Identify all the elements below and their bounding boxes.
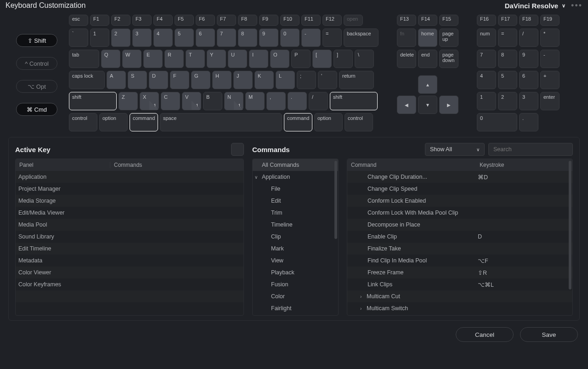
filter-dropdown[interactable]: Show All ∨: [425, 143, 485, 156]
key-tab[interactable]: tab: [69, 50, 99, 68]
modifier-opt[interactable]: ⌥ Opt: [16, 80, 57, 93]
key-[interactable]: ;: [297, 71, 316, 89]
key-3[interactable]: 3: [132, 28, 152, 47]
key-r[interactable]: R: [164, 50, 184, 68]
cmd-scrollbar[interactable]: [569, 161, 571, 290]
panel-row[interactable]: Media Pool: [16, 219, 243, 231]
key-[interactable]: .: [519, 113, 538, 131]
key-0[interactable]: 0: [477, 113, 517, 131]
panel-row[interactable]: Media Storage: [16, 195, 243, 207]
key-control[interactable]: control: [69, 113, 97, 131]
key-[interactable]: ,: [266, 92, 286, 110]
key-f9[interactable]: F9: [259, 15, 278, 26]
tree-all-commands[interactable]: All Commands: [253, 159, 338, 171]
key-f17[interactable]: F17: [498, 15, 517, 26]
preset-dropdown[interactable]: DaVinci Resolve ∨: [505, 2, 565, 10]
modifier-control[interactable]: ^ Control: [16, 57, 57, 70]
key-num[interactable]: num: [477, 28, 496, 47]
key-x[interactable]: X1: [140, 92, 159, 110]
key-a[interactable]: A: [107, 71, 126, 89]
key-1[interactable]: 1: [477, 92, 496, 110]
key-open[interactable]: open: [344, 15, 363, 26]
key-8[interactable]: 8: [498, 50, 517, 68]
key-f3[interactable]: F3: [132, 15, 152, 26]
key-7[interactable]: 7: [477, 50, 496, 68]
key-[interactable]: `: [69, 28, 88, 47]
key-k[interactable]: K: [254, 71, 274, 89]
command-row[interactable]: Conform Lock Enabled: [347, 195, 572, 207]
key-f2[interactable]: F2: [111, 15, 130, 26]
save-button[interactable]: Save: [520, 327, 578, 342]
tree-application[interactable]: ∨Application: [253, 171, 338, 183]
key-f5[interactable]: F5: [175, 15, 194, 26]
tree-fusion[interactable]: Fusion: [253, 278, 338, 290]
command-row[interactable]: Decompose in Place: [347, 219, 572, 231]
key-f16[interactable]: F16: [477, 15, 496, 26]
key-h[interactable]: H: [212, 71, 232, 89]
key-f6[interactable]: F6: [196, 15, 215, 26]
key-9[interactable]: 9: [519, 50, 538, 68]
key-f15[interactable]: F15: [439, 15, 458, 26]
command-row[interactable]: ›Multicam Switch: [347, 302, 572, 314]
key-space[interactable]: space: [160, 113, 282, 131]
key-2[interactable]: 2: [111, 28, 130, 47]
key-2[interactable]: 2: [498, 92, 517, 110]
modifier-cmd[interactable]: ⌘ Cmd: [16, 103, 57, 116]
key-arrow-right[interactable]: ▶: [439, 96, 458, 114]
key-arrow-up[interactable]: ▲: [418, 75, 437, 94]
key-j[interactable]: J: [233, 71, 253, 89]
key-0[interactable]: 0: [280, 28, 300, 47]
key-5[interactable]: 5: [498, 71, 517, 89]
key-f8[interactable]: F8: [238, 15, 257, 26]
key-f[interactable]: F: [170, 71, 189, 89]
key-end[interactable]: end: [418, 50, 437, 68]
key-arrow-down[interactable]: ▼: [418, 96, 437, 114]
key-pagedown[interactable]: page down: [439, 50, 458, 68]
tree-color[interactable]: Color: [253, 290, 338, 302]
panel-row[interactable]: Edit/Media Viewer: [16, 207, 243, 219]
key-m[interactable]: M: [245, 92, 265, 110]
key-[interactable]: .: [288, 92, 307, 110]
tree-trim[interactable]: Trim: [253, 207, 338, 219]
key-backspace[interactable]: backspace: [344, 28, 379, 47]
panel-row[interactable]: Edit Timeline: [16, 243, 243, 255]
more-options-icon[interactable]: •••: [571, 1, 582, 11]
key-[interactable]: [: [312, 50, 332, 68]
key-w[interactable]: W: [122, 50, 141, 68]
key-f19[interactable]: F19: [540, 15, 560, 26]
key-arrow-left[interactable]: ◀: [397, 96, 416, 114]
tree-mark[interactable]: Mark: [253, 243, 338, 255]
command-row[interactable]: Enable ClipD: [347, 231, 572, 243]
panel-row[interactable]: Sound Library: [16, 231, 243, 243]
panel-row[interactable]: Application: [16, 171, 243, 183]
key-command[interactable]: command: [130, 113, 158, 131]
command-row[interactable]: Link Clips⌥⌘L: [347, 278, 572, 290]
tree-fairlight[interactable]: Fairlight: [253, 302, 338, 314]
key-q[interactable]: Q: [101, 50, 120, 68]
key-command[interactable]: command: [284, 113, 312, 131]
key-8[interactable]: 8: [238, 28, 257, 47]
key-f14[interactable]: F14: [418, 15, 437, 26]
key-i[interactable]: I: [249, 50, 268, 68]
key-[interactable]: -: [540, 50, 560, 68]
tree-view[interactable]: View: [253, 255, 338, 267]
key-4[interactable]: 4: [477, 71, 496, 89]
key-[interactable]: ': [318, 71, 337, 89]
key-[interactable]: =: [322, 28, 342, 47]
key-f12[interactable]: F12: [322, 15, 342, 26]
key-n[interactable]: N1: [224, 92, 243, 110]
command-row[interactable]: ›Multicam Cut: [347, 290, 572, 302]
key-7[interactable]: 7: [217, 28, 236, 47]
tree-playback[interactable]: Playback: [253, 267, 338, 278]
key-1[interactable]: 1: [90, 28, 109, 47]
key-f1[interactable]: F1: [90, 15, 109, 26]
key-option[interactable]: option: [314, 113, 343, 131]
key-[interactable]: +: [540, 71, 560, 89]
key-b[interactable]: B: [203, 92, 222, 110]
key-enter[interactable]: enter: [540, 92, 560, 110]
tree-file[interactable]: File: [253, 183, 338, 195]
key-d[interactable]: D: [149, 71, 168, 89]
panel-row[interactable]: Project Manager: [16, 183, 243, 195]
key-shift[interactable]: shift: [330, 92, 378, 110]
key-f7[interactable]: F7: [217, 15, 236, 26]
